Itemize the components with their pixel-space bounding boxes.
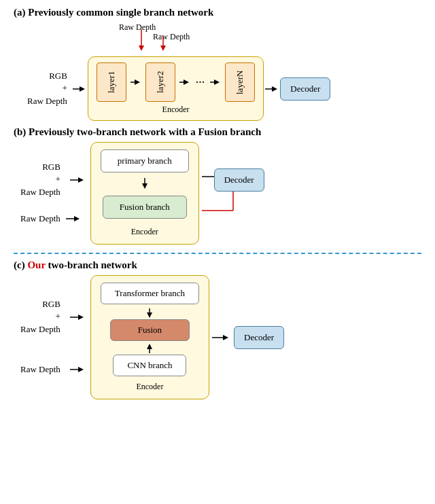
- input-arrow-b1: [69, 173, 88, 187]
- encoder-box-b: primary branch Fusion branch Encoder: [90, 142, 199, 245]
- input-arrow-c2: [69, 363, 88, 376]
- decoder-box-a: Decoder: [280, 77, 330, 101]
- raw-depth-arrows: [136, 29, 177, 56]
- encoder-box-a: layer1 layer2 ···: [88, 56, 264, 121]
- layers-row: layer1 layer2 ···: [97, 62, 256, 102]
- svg-marker-34: [223, 335, 228, 340]
- cnn-branch-box: CNN branch: [113, 355, 186, 376]
- svg-marker-15: [78, 177, 84, 183]
- encoder-label-a: Encoder: [162, 105, 190, 115]
- branch-arrow-b: [138, 178, 152, 190]
- input-label-c2: Raw Depth: [20, 363, 60, 376]
- transformer-fusion-arrow: [143, 308, 156, 319]
- svg-marker-19: [142, 183, 147, 189]
- encoder-label-b: Encoder: [131, 227, 158, 237]
- section-b-title: (b) Previously two-branch network with a…: [14, 126, 421, 138]
- svg-marker-32: [147, 344, 152, 349]
- fusion-branch-box: Fusion branch: [103, 196, 187, 219]
- input-arrow-a: [71, 82, 88, 96]
- fusion-decoder-arrow: [211, 331, 234, 344]
- layer1-box: layer1: [97, 62, 126, 102]
- decoder-box-c: Decoder: [234, 326, 284, 349]
- svg-marker-7: [135, 79, 140, 85]
- input-label-b2: Raw Depth: [20, 213, 60, 225]
- input-label-a: RGB+Raw Depth: [27, 70, 67, 107]
- cnn-fusion-arrow: [143, 344, 156, 355]
- encoder-box-c: Transformer branch Fusion CNN branch Enc…: [90, 275, 209, 399]
- layer2-box: layer2: [145, 62, 175, 102]
- input-label-b1: RGB+Raw Depth: [20, 161, 60, 198]
- dashed-divider: [14, 253, 421, 254]
- primary-branch-box: primary branch: [101, 149, 189, 173]
- input-arrow-c1: [69, 310, 88, 324]
- layerN-box: layerN: [225, 62, 255, 102]
- fusion-box-c: Fusion: [110, 319, 190, 341]
- section-c-title: (c) Our two-branch network: [14, 259, 421, 271]
- svg-marker-30: [147, 312, 152, 318]
- svg-marker-11: [214, 79, 220, 85]
- svg-marker-1: [139, 46, 144, 51]
- svg-marker-28: [78, 367, 84, 372]
- svg-marker-9: [184, 79, 189, 85]
- layer-arrow-3: [209, 75, 222, 89]
- decoder-box-b: Decoder: [214, 168, 264, 192]
- svg-marker-26: [78, 314, 84, 320]
- section-a-title: (a) Previously common single branch netw…: [14, 7, 421, 18]
- encoder-decoder-arrow-a: [264, 82, 280, 96]
- encoder-label-c: Encoder: [136, 382, 163, 392]
- input-arrow-b2: [65, 212, 84, 226]
- layer-arrow-2: [178, 75, 192, 89]
- input-label-c1: RGB+Raw Depth: [20, 298, 60, 336]
- dots: ···: [196, 75, 205, 90]
- transformer-branch-box: Transformer branch: [101, 283, 199, 304]
- svg-marker-13: [272, 86, 277, 92]
- svg-marker-3: [160, 46, 166, 51]
- svg-marker-17: [74, 216, 80, 221]
- svg-marker-5: [80, 86, 85, 92]
- layer-arrow-1: [129, 75, 143, 89]
